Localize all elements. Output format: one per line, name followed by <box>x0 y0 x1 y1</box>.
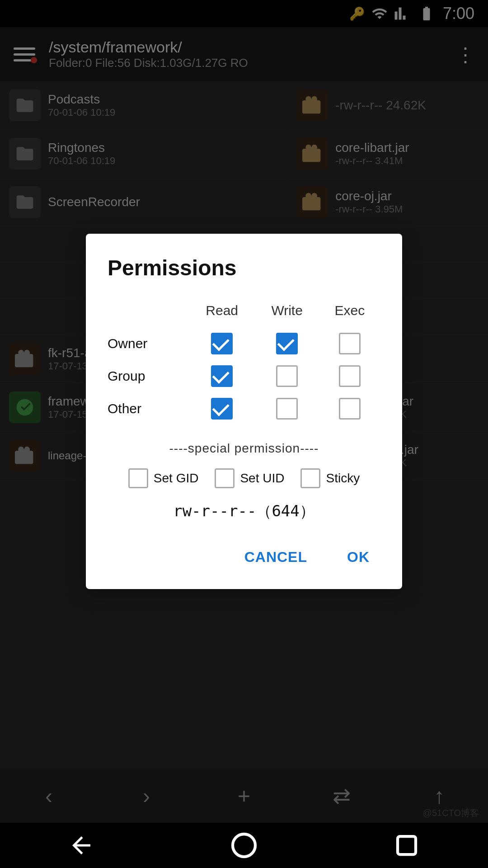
special-perm-row: Set GID Set UID Sticky <box>108 468 380 488</box>
other-write-checkbox[interactable] <box>276 398 298 420</box>
setuid-item[interactable]: Set UID <box>215 468 284 488</box>
other-read-checkbox[interactable] <box>211 398 233 420</box>
perm-row-other: Other <box>108 392 380 425</box>
android-back-button[interactable] <box>68 832 95 859</box>
svg-point-0 <box>233 834 255 857</box>
dialog-overlay: Permissions Read Write Exec Owner <box>0 0 488 823</box>
permissions-dialog: Permissions Read Write Exec Owner <box>86 234 402 589</box>
perm-cell-group-exec[interactable] <box>319 360 380 392</box>
other-exec-checkbox[interactable] <box>339 398 361 420</box>
sticky-checkbox[interactable] <box>300 468 320 488</box>
perm-label-owner: Owner <box>108 327 189 360</box>
perm-row-group: Group <box>108 360 380 392</box>
dialog-title: Permissions <box>108 255 380 280</box>
perm-header-read: Read <box>189 298 255 327</box>
svg-rect-1 <box>398 836 416 854</box>
android-recent-button[interactable] <box>393 832 420 859</box>
perm-header-exec: Exec <box>319 298 380 327</box>
perm-string: rw-r--r--（644） <box>108 501 380 522</box>
special-perm-label: ----special permission---- <box>108 441 380 456</box>
perm-cell-other-write[interactable] <box>255 392 319 425</box>
sticky-item[interactable]: Sticky <box>300 468 360 488</box>
setgid-label: Set GID <box>154 471 199 486</box>
group-read-checkbox[interactable] <box>211 365 233 387</box>
owner-exec-checkbox[interactable] <box>339 333 361 354</box>
owner-write-checkbox[interactable] <box>276 333 298 354</box>
perm-header-empty <box>108 298 189 327</box>
setuid-checkbox[interactable] <box>215 468 235 488</box>
perm-label-group: Group <box>108 360 189 392</box>
perm-cell-owner-read[interactable] <box>189 327 255 360</box>
group-write-checkbox[interactable] <box>276 365 298 387</box>
perm-cell-other-exec[interactable] <box>319 392 380 425</box>
ok-button[interactable]: OK <box>336 542 380 573</box>
perm-cell-owner-exec[interactable] <box>319 327 380 360</box>
permissions-table: Read Write Exec Owner <box>108 298 380 425</box>
setuid-label: Set UID <box>240 471 284 486</box>
group-exec-checkbox[interactable] <box>339 365 361 387</box>
sticky-label: Sticky <box>326 471 360 486</box>
perm-header-write: Write <box>255 298 319 327</box>
cancel-button[interactable]: CANCEL <box>234 542 318 573</box>
perm-cell-other-read[interactable] <box>189 392 255 425</box>
setgid-checkbox[interactable] <box>128 468 148 488</box>
perm-cell-group-write[interactable] <box>255 360 319 392</box>
perm-cell-owner-write[interactable] <box>255 327 319 360</box>
owner-read-checkbox[interactable] <box>211 333 233 354</box>
perm-cell-group-read[interactable] <box>189 360 255 392</box>
setgid-item[interactable]: Set GID <box>128 468 199 488</box>
perm-label-other: Other <box>108 392 189 425</box>
android-nav-bar <box>0 823 488 868</box>
perm-row-owner: Owner <box>108 327 380 360</box>
android-home-button[interactable] <box>230 832 258 859</box>
dialog-actions: CANCEL OK <box>108 538 380 573</box>
